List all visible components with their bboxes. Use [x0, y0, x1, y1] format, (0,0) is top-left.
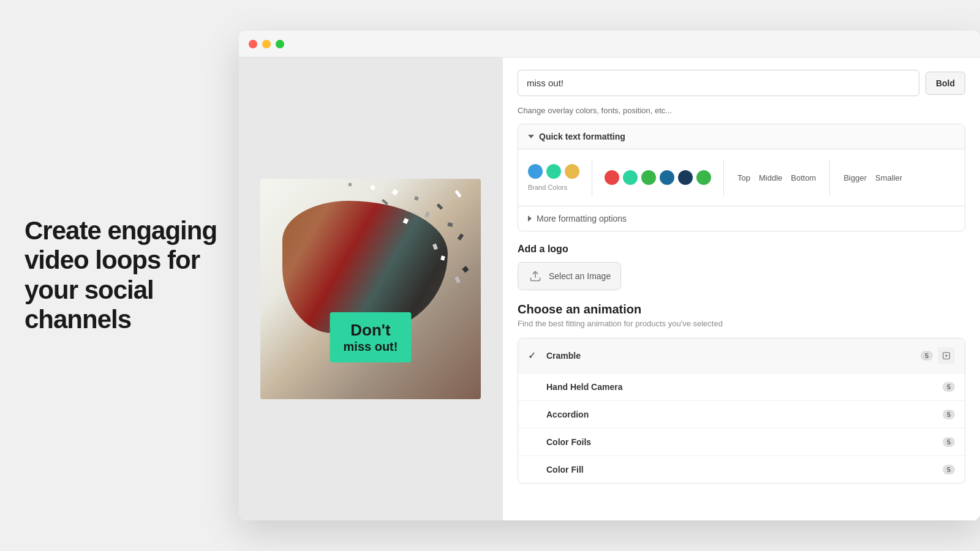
- animation-item-accordion[interactable]: Accordion 5: [518, 401, 965, 429]
- more-formatting-row[interactable]: More formatting options: [518, 206, 965, 231]
- bold-button[interactable]: Bold: [925, 72, 965, 95]
- animation-subtitle: Find the best fitting animation for prod…: [518, 319, 965, 328]
- animation-item-handheld[interactable]: Hand Held Camera 5: [518, 373, 965, 401]
- confetti-piece: [414, 196, 418, 200]
- confetti-piece: [432, 244, 438, 250]
- confetti-piece: [370, 185, 376, 191]
- position-bottom-button[interactable]: Bottom: [790, 171, 817, 185]
- animation-count-colorfoils: 5: [943, 437, 955, 447]
- select-image-button[interactable]: Select an Image: [518, 262, 621, 290]
- animation-list: ✓ Cramble 5 Hand: [518, 338, 965, 484]
- extra-colors: [605, 170, 711, 185]
- animation-name-cramble: Cramble: [546, 351, 916, 361]
- animation-count-colorfill: 5: [943, 465, 955, 474]
- animation-title: Choose an animation: [518, 302, 965, 317]
- maximize-button[interactable]: [276, 40, 284, 48]
- extra-color-navy[interactable]: [678, 170, 693, 185]
- animation-item-colorfoils[interactable]: Color Foils 5: [518, 429, 965, 456]
- formatting-section: Quick text formatting Brand Colors: [518, 124, 965, 231]
- upload-icon: [528, 269, 543, 283]
- extra-color-green[interactable]: [641, 170, 656, 185]
- canvas-image: Don't miss out!: [260, 179, 481, 399]
- confetti-piece: [448, 222, 453, 227]
- brand-color-blue[interactable]: [528, 164, 543, 179]
- browser-window: Don't miss out! Bold Change overlay colo…: [239, 31, 980, 520]
- overlay-text-line2: miss out!: [344, 340, 398, 354]
- brand-colors-group: Brand Colors: [528, 164, 579, 191]
- change-overlay-label: Change overlay colors, fonts, position, …: [518, 106, 965, 115]
- position-middle-button[interactable]: Middle: [758, 171, 783, 185]
- animation-count-accordion: 5: [943, 410, 955, 419]
- position-group: Top Middle Bottom: [736, 171, 817, 185]
- animation-item-colorfill[interactable]: Color Fill 5: [518, 456, 965, 483]
- confetti-overlay: [260, 179, 481, 399]
- shoe-background: Don't miss out!: [260, 179, 481, 399]
- marketing-section: Create engaging video loops for your soc…: [24, 216, 221, 334]
- check-icon: ✓: [528, 350, 540, 362]
- browser-content: Don't miss out! Bold Change overlay colo…: [239, 58, 980, 520]
- confetti-piece: [349, 183, 352, 187]
- marketing-headline: Create engaging video loops for your soc…: [24, 216, 221, 334]
- divider-1: [592, 159, 592, 196]
- extra-color-darkblue[interactable]: [660, 170, 674, 185]
- size-smaller-button[interactable]: Smaller: [874, 171, 903, 185]
- animation-item-cramble[interactable]: ✓ Cramble 5: [518, 339, 965, 373]
- formatting-body: Brand Colors: [518, 149, 965, 206]
- canvas-panel: Don't miss out!: [239, 58, 502, 520]
- brand-color-yellow[interactable]: [565, 164, 579, 179]
- confetti-piece: [440, 255, 445, 260]
- brand-color-teal[interactable]: [546, 164, 561, 179]
- size-bigger-button[interactable]: Bigger: [842, 171, 868, 185]
- brand-color-swatches: [528, 164, 579, 179]
- extra-color-lime[interactable]: [696, 170, 711, 185]
- confetti-piece: [462, 266, 469, 272]
- page-wrapper: Create engaging video loops for your soc…: [0, 0, 980, 551]
- confetti-piece: [437, 203, 443, 210]
- confetti-piece: [454, 190, 461, 198]
- confetti-piece: [425, 211, 430, 217]
- formatting-header-label: Quick text formatting: [539, 132, 625, 141]
- confetti-piece: [454, 276, 461, 283]
- overlay-text-line1: Don't: [344, 321, 398, 340]
- extra-color-teal[interactable]: [623, 170, 638, 185]
- add-logo-section: Add a logo Select an Image: [518, 244, 965, 290]
- position-top-button[interactable]: Top: [736, 171, 752, 185]
- divider-2: [723, 159, 724, 196]
- animation-name-colorfill: Color Fill: [528, 465, 938, 474]
- more-formatting-label: More formatting options: [537, 214, 627, 223]
- close-button[interactable]: [249, 40, 257, 48]
- animation-name-accordion: Accordion: [528, 410, 938, 419]
- chevron-right-icon: [528, 216, 532, 222]
- preview-icon-cramble[interactable]: [938, 347, 955, 364]
- text-input-field[interactable]: [518, 70, 919, 96]
- browser-titlebar: [239, 31, 980, 58]
- confetti-piece: [382, 199, 388, 205]
- add-logo-title: Add a logo: [518, 244, 965, 255]
- text-overlay: Don't miss out!: [330, 312, 412, 362]
- text-input-row: Bold: [518, 70, 965, 96]
- extra-color-red[interactable]: [605, 170, 619, 185]
- animation-section: Choose an animation Find the best fittin…: [518, 302, 965, 484]
- animation-name-colorfoils: Color Foils: [528, 437, 938, 447]
- brand-colors-label: Brand Colors: [528, 184, 567, 191]
- divider-3: [829, 159, 830, 196]
- size-group: Bigger Smaller: [842, 171, 903, 185]
- select-image-label: Select an Image: [549, 271, 611, 281]
- canvas-image-container: Don't miss out!: [260, 179, 481, 399]
- minimize-button[interactable]: [262, 40, 271, 48]
- confetti-piece: [392, 189, 399, 196]
- confetti-piece: [403, 218, 409, 224]
- controls-panel: Bold Change overlay colors, fonts, posit…: [502, 58, 980, 520]
- traffic-lights: [249, 40, 284, 48]
- chevron-down-icon: [528, 135, 534, 138]
- animation-name-handheld: Hand Held Camera: [528, 382, 938, 392]
- confetti-piece: [458, 233, 464, 241]
- animation-count-handheld: 5: [943, 382, 955, 392]
- formatting-header[interactable]: Quick text formatting: [518, 124, 965, 149]
- animation-count-cramble: 5: [921, 351, 933, 361]
